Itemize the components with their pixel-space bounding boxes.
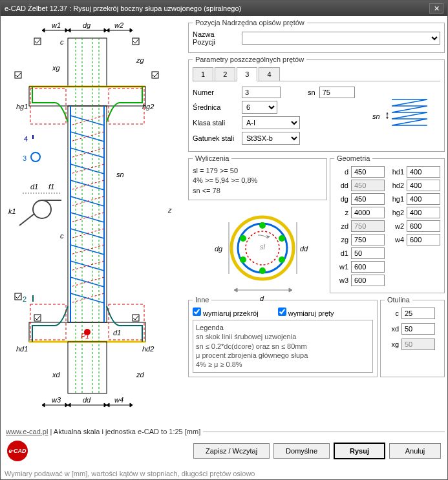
svg-point-94 <box>259 267 266 274</box>
svg-text:dd: dd <box>300 245 308 253</box>
geom-w4[interactable] <box>407 234 440 245</box>
svg-text:d: d <box>260 295 264 302</box>
titlebar: e-CAD Żelbet 12.37 : Rysuj przekrój bocz… <box>1 1 447 16</box>
status-bar: Wymiary podawać w [mm], wartości kątów w… <box>1 468 447 479</box>
svg-text:f1: f1 <box>48 183 54 191</box>
svg-text:sn: sn <box>116 171 124 178</box>
svg-rect-10 <box>68 106 107 322</box>
position-label: Nazwa Pozycji <box>193 30 238 46</box>
svg-text:c: c <box>60 232 64 240</box>
gatunek-select[interactable]: St3SX-b <box>242 132 300 145</box>
geom-hg1[interactable] <box>407 193 440 205</box>
svg-line-54 <box>19 214 34 225</box>
svg-point-95 <box>240 256 246 263</box>
cross-section-diagram: sl dg dd d <box>209 203 306 293</box>
svg-text:xd: xd <box>52 371 61 379</box>
svg-point-91 <box>259 222 266 229</box>
svg-point-92 <box>279 235 285 242</box>
otulina-group: Otulina c xd xg <box>380 296 445 377</box>
svg-text:P1: P1 <box>81 332 89 340</box>
ecad-logo-icon: e·CAD <box>7 441 28 461</box>
geom-d[interactable] <box>351 166 385 178</box>
svg-text:hg1: hg1 <box>16 103 28 110</box>
svg-point-96 <box>240 235 246 242</box>
cb-prety[interactable]: wymiaruj pręty <box>278 308 334 317</box>
svg-text:w4: w4 <box>114 396 123 404</box>
svg-text:dg: dg <box>215 245 223 253</box>
geom-d1[interactable] <box>351 247 385 259</box>
svg-text:4: 4 <box>24 135 28 143</box>
geom-dd <box>351 180 385 191</box>
geom-hd2[interactable] <box>407 180 440 191</box>
svg-point-68 <box>31 152 40 162</box>
otulina-xg <box>401 339 435 350</box>
svg-text:hd2: hd2 <box>142 345 154 353</box>
cancel-button[interactable]: Anuluj <box>389 443 441 459</box>
geom-zg[interactable] <box>351 234 385 245</box>
svg-point-93 <box>279 256 285 263</box>
svg-text:hd1: hd1 <box>16 345 28 353</box>
save-button[interactable]: Zapisz / Wczytaj <box>193 443 270 459</box>
svg-text:2: 2 <box>23 295 27 303</box>
calc-group: Wyliczenia sl = 179 >= 50 4% >= 5,94 >= … <box>188 154 327 200</box>
svg-text:zd: zd <box>136 371 145 379</box>
sn-input[interactable] <box>319 87 355 98</box>
params-group: Parametry poszczególnych prętów 1 2 3 4 … <box>188 56 445 152</box>
footer-scale: Aktualna skala i jednostka e-CAD to 1:25… <box>54 428 200 435</box>
svg-text:sl: sl <box>260 243 266 251</box>
svg-text:dd: dd <box>83 396 91 404</box>
svg-text:w3: w3 <box>52 396 61 404</box>
geom-hg2[interactable] <box>407 207 440 218</box>
otulina-c[interactable] <box>401 308 435 319</box>
svg-rect-13 <box>68 342 107 393</box>
column-drawing: w1 dg w2 c xg zg hg1 hg2 4 3 sn d1 f1 k1 <box>3 19 186 423</box>
tab-1[interactable]: 1 <box>193 67 213 81</box>
svg-text:hg2: hg2 <box>142 103 154 110</box>
svg-text:d1: d1 <box>113 329 121 337</box>
svg-rect-7 <box>68 38 107 87</box>
svg-text:zg: zg <box>136 56 145 64</box>
tab-2[interactable]: 2 <box>215 67 235 81</box>
footer-link[interactable]: www.e-cad.pl <box>6 428 48 435</box>
geom-hd1[interactable] <box>407 166 440 178</box>
geom-w3[interactable] <box>351 275 385 286</box>
svg-text:sn: sn <box>372 112 380 120</box>
geometry-group: Geometria d dd dg z zd zg d1 w1 w3 <box>330 154 445 293</box>
geom-w1[interactable] <box>351 261 385 273</box>
svg-text:k1: k1 <box>8 207 16 215</box>
window-title: e-CAD Żelbet 12.37 : Rysuj przekrój bocz… <box>5 5 429 12</box>
svg-text:w2: w2 <box>114 21 123 29</box>
legend-box: Legenda sn skok linii śrubowej uzwojenia… <box>193 320 373 372</box>
numer-input[interactable] <box>242 87 281 98</box>
geom-dg[interactable] <box>351 193 385 205</box>
spiral-preview: sn <box>363 87 440 138</box>
klasa-select[interactable]: A-I <box>242 116 300 129</box>
svg-text:xg: xg <box>52 64 61 72</box>
svg-text:w1: w1 <box>52 21 61 29</box>
cb-przekroj[interactable]: wymiaruj przekrój <box>193 308 259 317</box>
svg-text:d1: d1 <box>30 183 38 191</box>
param-tabs: 1 2 3 4 <box>193 67 440 81</box>
tab-4[interactable]: 4 <box>259 67 279 81</box>
svg-text:3: 3 <box>23 154 27 162</box>
position-select[interactable] <box>242 32 440 45</box>
close-button[interactable]: ✕ <box>429 3 443 14</box>
geom-z[interactable] <box>351 207 385 218</box>
svg-text:dg: dg <box>83 21 91 29</box>
position-group: Pozycja Nadrzędna opisów prętów Nazwa Po… <box>188 19 445 53</box>
srednica-select[interactable]: 6 <box>242 101 277 114</box>
svg-text:z: z <box>167 206 172 214</box>
inne-group: Inne wymiaruj przekrój wymiaruj pręty Le… <box>188 296 378 377</box>
svg-text:c: c <box>60 38 64 46</box>
otulina-xd[interactable] <box>401 323 435 335</box>
geom-zd <box>351 220 385 232</box>
geom-w2[interactable] <box>407 220 440 232</box>
tab-3[interactable]: 3 <box>237 67 257 81</box>
draw-button[interactable]: Rysuj <box>334 443 385 459</box>
svg-point-52 <box>33 200 51 218</box>
default-button[interactable]: Domyślne <box>273 443 330 459</box>
